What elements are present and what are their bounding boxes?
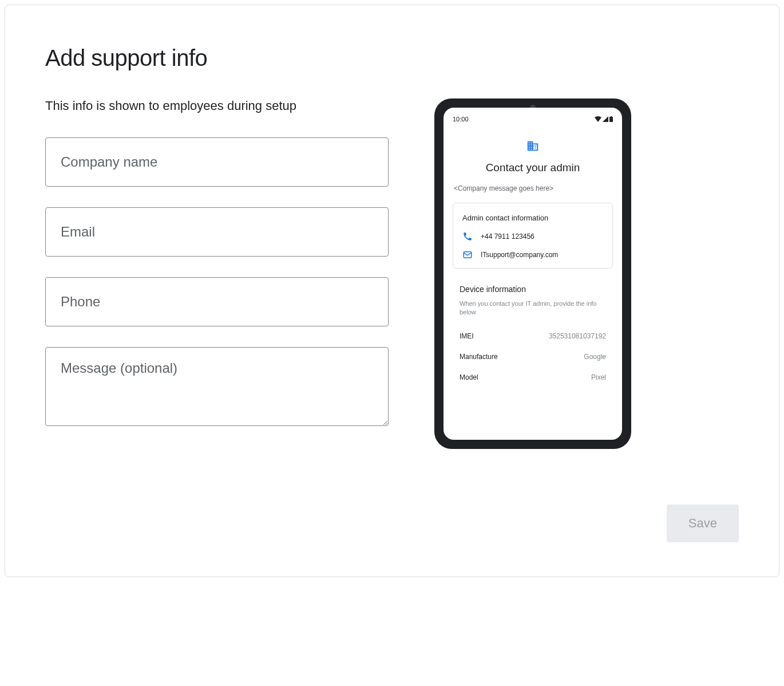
phone-input[interactable] [45, 277, 389, 326]
phone-icon [462, 231, 473, 242]
contact-phone-text: +44 7911 123456 [481, 232, 534, 241]
contact-phone-row: +44 7911 123456 [462, 231, 603, 242]
battery-icon [609, 116, 613, 122]
status-icons [595, 116, 613, 122]
status-time: 10:00 [453, 116, 469, 123]
svg-rect-1 [611, 116, 612, 117]
device-value: 352531081037192 [549, 332, 606, 340]
contact-card-title: Admin contact information [462, 214, 603, 222]
device-value: Google [584, 353, 606, 361]
content-row: This info is shown to employees during s… [45, 98, 739, 449]
wifi-icon [595, 116, 601, 122]
mail-icon [462, 250, 473, 260]
device-row: Model Pixel [460, 373, 606, 381]
svg-rect-0 [609, 117, 613, 122]
screen-title: Contact your admin [453, 161, 613, 174]
phone-screen: 10:00 Contact your admin <Compa [444, 108, 622, 440]
screen-header: Contact your admin [453, 140, 613, 174]
message-textarea[interactable] [45, 347, 389, 426]
status-bar: 10:00 [453, 116, 613, 123]
subtitle: This info is shown to employees during s… [45, 98, 389, 113]
device-label: Model [460, 373, 478, 381]
save-button[interactable]: Save [667, 504, 739, 542]
device-row: Manufacture Google [460, 353, 606, 361]
device-title: Device information [460, 285, 606, 294]
device-value: Pixel [591, 373, 606, 381]
page-title: Add support info [45, 45, 739, 71]
email-input[interactable] [45, 207, 389, 257]
phone-mockup: 10:00 Contact your admin <Compa [434, 98, 631, 449]
contact-email-row: ITsupport@company.com [462, 250, 603, 260]
form-column: This info is shown to employees during s… [45, 98, 389, 449]
company-name-input[interactable] [45, 137, 389, 187]
company-message: <Company message goes here> [453, 184, 613, 192]
device-desc: When you contact your IT admin, provide … [460, 299, 606, 317]
preview-column: 10:00 Contact your admin <Compa [434, 98, 631, 449]
contact-card: Admin contact information +44 7911 12345… [453, 203, 613, 269]
building-icon [526, 140, 539, 155]
signal-icon [603, 116, 608, 122]
device-row: IMEI 352531081037192 [460, 332, 606, 340]
support-info-card: Add support info This info is shown to e… [5, 5, 779, 577]
device-label: IMEI [460, 332, 474, 340]
device-section: Device information When you contact your… [453, 285, 613, 381]
device-label: Manufacture [460, 353, 498, 361]
contact-email-text: ITsupport@company.com [481, 251, 558, 259]
